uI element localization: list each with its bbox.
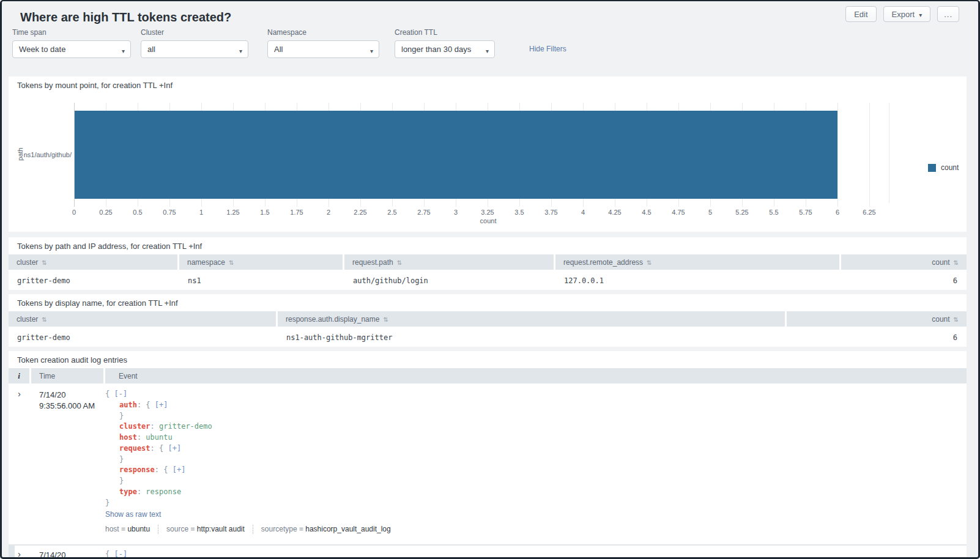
- field-sourcetype: sourcetype = hashicorp_vault_audit_log: [253, 525, 399, 534]
- event-row-gutter: [9, 546, 15, 558]
- events-header-row: i Time Event: [9, 368, 967, 383]
- cell-cluster[interactable]: gritter-demo: [9, 328, 276, 346]
- cell-remote-address[interactable]: 127.0.0.1: [555, 272, 839, 289]
- json-line: type: response: [105, 487, 967, 498]
- json-line: { [-]: [105, 389, 967, 400]
- cluster-dropdown[interactable]: all: [141, 40, 248, 58]
- cell-request-path[interactable]: auth/github/login: [344, 272, 554, 289]
- json-value[interactable]: response: [146, 487, 181, 496]
- gridline: [869, 103, 870, 207]
- cell-display-name[interactable]: ns1-auth-github-mgritter: [278, 328, 785, 346]
- chart-panel-tokens-by-mount-point: Tokens by mount point, for creation TTL …: [9, 76, 967, 232]
- json-line: { [-]: [105, 549, 967, 558]
- export-button-label: Export: [892, 10, 915, 19]
- sort-icon: [397, 258, 402, 267]
- json-key[interactable]: type: [119, 487, 137, 496]
- event-time[interactable]: 7/14/209:35:56.000 AM: [31, 385, 103, 544]
- field-value[interactable]: hashicorp_vault_audit_log: [305, 525, 390, 533]
- cell-cluster[interactable]: gritter-demo: [9, 272, 177, 289]
- cell-count[interactable]: 6: [787, 328, 967, 346]
- edit-button[interactable]: Edit: [845, 6, 876, 22]
- legend-swatch: [928, 164, 936, 172]
- x-tick-label: 1.25: [220, 209, 247, 216]
- column-header-namespace[interactable]: namespace: [179, 254, 343, 270]
- json-expand-toggle[interactable]: [+]: [168, 444, 181, 453]
- filter-namespace-label: Namespace: [267, 28, 379, 37]
- expand-event-chevron-icon[interactable]: [18, 388, 21, 399]
- json-value[interactable]: ubuntu: [146, 433, 172, 442]
- bar-ns1-auth-github-[interactable]: [75, 111, 837, 199]
- json-expand-toggle[interactable]: [+]: [173, 465, 186, 474]
- column-header-count[interactable]: count: [787, 311, 967, 327]
- x-tick-label: 3: [442, 209, 469, 216]
- field-name[interactable]: host: [105, 525, 119, 533]
- event-row: 7/14/209:35:56.000 AM{ [-]auth: { [+]}cl…: [9, 385, 967, 544]
- hide-filters-link[interactable]: Hide Filters: [529, 45, 566, 53]
- column-header-cluster[interactable]: cluster: [9, 254, 177, 270]
- caret-down-icon: [919, 10, 922, 19]
- creation-ttl-dropdown[interactable]: longer than 30 days: [395, 40, 495, 58]
- filter-time-span-label: Time span: [12, 28, 131, 37]
- x-tick-label: 5.5: [760, 209, 787, 216]
- table-header-row: cluster response.auth.display_name count: [9, 311, 967, 327]
- json-line: }: [105, 498, 967, 509]
- table-row: gritter-demo ns1-auth-github-mgritter 6: [9, 328, 967, 346]
- field-value[interactable]: ubuntu: [127, 525, 150, 533]
- time-span-dropdown[interactable]: Week to date: [12, 40, 131, 58]
- json-key[interactable]: request: [119, 444, 150, 453]
- event-time[interactable]: 7/14/20: [31, 546, 103, 558]
- json-key[interactable]: host: [119, 433, 137, 442]
- x-tick-label: 2: [315, 209, 342, 216]
- legend: count: [928, 163, 959, 172]
- json-key[interactable]: cluster: [119, 422, 150, 431]
- field-name[interactable]: source: [166, 525, 188, 533]
- column-header-count[interactable]: count: [841, 254, 967, 270]
- x-tick-label: 4: [570, 209, 596, 216]
- more-actions-button[interactable]: ...: [937, 6, 959, 22]
- column-header-remote-address[interactable]: request.remote_address: [555, 254, 839, 270]
- filter-cluster-label: Cluster: [141, 28, 248, 37]
- x-tick-label: 1.75: [283, 209, 310, 216]
- json-expand-toggle[interactable]: [-]: [114, 550, 127, 558]
- namespace-value: All: [274, 45, 283, 54]
- chart-title: Tokens by mount point, for creation TTL …: [17, 80, 967, 94]
- creation-ttl-value: longer than 30 days: [401, 45, 471, 54]
- expand-event-chevron-icon[interactable]: [18, 549, 21, 558]
- column-header-request-path[interactable]: request.path: [344, 254, 554, 270]
- json-expand-toggle[interactable]: [-]: [114, 390, 127, 398]
- export-button[interactable]: Export: [883, 6, 931, 22]
- namespace-dropdown[interactable]: All: [267, 40, 379, 58]
- column-header-cluster[interactable]: cluster: [9, 311, 276, 327]
- sort-icon: [229, 258, 234, 267]
- show-raw-text-link[interactable]: Show as raw text: [105, 509, 161, 520]
- json-expand-toggle[interactable]: [+]: [155, 401, 168, 409]
- column-header-display-name[interactable]: response.auth.display_name: [278, 311, 785, 327]
- sort-icon: [647, 258, 651, 267]
- x-axis-title: count: [470, 217, 507, 224]
- events-title: Token creation audit log entries: [17, 355, 967, 368]
- x-tick-label: 5.75: [792, 209, 819, 216]
- dashboard-header: Where are high TTL tokens created? Edit …: [9, 1, 967, 25]
- filter-namespace: Namespace All: [267, 28, 379, 58]
- field-name[interactable]: sourcetype: [261, 525, 297, 533]
- x-tick-label: 5.25: [729, 209, 755, 216]
- json-key[interactable]: response: [119, 465, 155, 474]
- x-tick-label: 1.5: [251, 209, 278, 216]
- filter-cluster: Cluster all: [141, 28, 248, 58]
- sort-icon: [954, 258, 959, 267]
- filter-creation-ttl-label: Creation TTL: [395, 28, 495, 37]
- caret-down-icon: [122, 46, 125, 55]
- legend-label[interactable]: count: [941, 163, 959, 172]
- x-tick-label: 0: [61, 209, 87, 216]
- json-key[interactable]: auth: [119, 401, 137, 409]
- caret-down-icon: [486, 46, 489, 55]
- column-header-time: Time: [31, 368, 103, 383]
- cell-count[interactable]: 6: [841, 272, 967, 289]
- table-panel-path-ip: Tokens by path and IP address, for creat…: [9, 237, 967, 290]
- field-value[interactable]: http:vault audit: [197, 525, 245, 533]
- x-tick-label: 3.25: [474, 209, 501, 216]
- cell-namespace[interactable]: ns1: [179, 272, 343, 289]
- json-value[interactable]: gritter-demo: [159, 422, 212, 431]
- filter-creation-ttl: Creation TTL longer than 30 days: [395, 28, 495, 58]
- caret-down-icon: [239, 46, 242, 55]
